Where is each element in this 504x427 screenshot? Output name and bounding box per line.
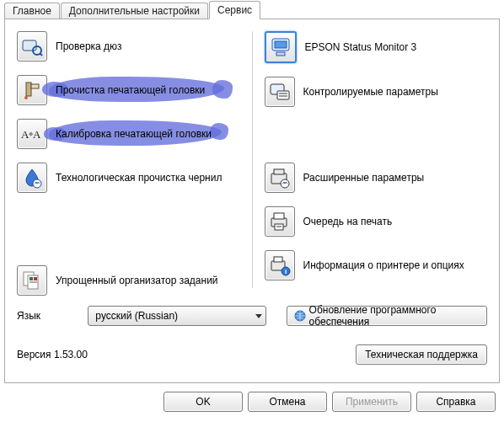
monitored-params-icon[interactable] xyxy=(265,77,295,107)
ink-flush-label: Технологическая прочистка чернил xyxy=(56,172,222,184)
tab-advanced[interactable]: Дополнительные настройки xyxy=(61,3,208,19)
head-clean-item[interactable]: Прочистка печатающей головки xyxy=(17,75,240,105)
svg-rect-17 xyxy=(276,52,285,56)
left-column: Проверка дюз Прочистка печатающей головк… xyxy=(17,31,252,301)
tab-main-label: Главное xyxy=(13,5,51,17)
version-row: Версия 1.53.00 Техническая поддержка xyxy=(17,344,487,365)
printer-info-label: Информация о принтере и опциях xyxy=(303,259,464,271)
svg-text:i: i xyxy=(284,268,286,275)
apply-button[interactable]: Применить xyxy=(332,392,411,412)
svg-rect-19 xyxy=(277,91,289,99)
print-queue-label: Очередь на печать xyxy=(303,216,393,227)
tab-advanced-label: Дополнительные настройки xyxy=(69,5,200,17)
head-align-label: Калибровка печатающей головки xyxy=(56,128,212,140)
svg-rect-14 xyxy=(29,281,37,283)
cancel-label: Отмена xyxy=(269,396,305,408)
dialog-button-row: OK Отмена Применить Справка xyxy=(0,383,504,412)
svg-text:A: A xyxy=(33,128,41,141)
job-arranger-icon[interactable] xyxy=(17,265,47,296)
service-tab-panel: Проверка дюз Прочистка печатающей головк… xyxy=(4,19,500,383)
language-combo-value: русский (Russian) xyxy=(95,310,178,322)
svg-rect-16 xyxy=(275,41,287,48)
svg-rect-23 xyxy=(274,169,284,174)
software-update-button[interactable]: Обновление программного обеспечения xyxy=(287,306,487,326)
svg-rect-26 xyxy=(274,213,284,219)
tab-main[interactable]: Главное xyxy=(4,3,60,19)
language-combo[interactable]: русский (Russian) xyxy=(88,306,265,326)
driver-properties-window: Главное Дополнительные настройки Сервис … xyxy=(0,0,504,427)
monitored-params-label: Контролируемые параметры xyxy=(303,86,438,98)
ok-label: OK xyxy=(196,396,210,408)
extended-settings-label: Расширенные параметры xyxy=(303,172,425,184)
svg-rect-0 xyxy=(23,40,36,51)
job-arranger-label: Упрощенный организатор заданий xyxy=(56,275,218,286)
help-button[interactable]: Справка xyxy=(416,392,496,412)
software-update-label: Обновление программного обеспечения xyxy=(309,304,480,328)
status-monitor-item[interactable]: EPSON Status Monitor 3 xyxy=(265,31,488,63)
print-queue-item[interactable]: Очередь на печать xyxy=(265,206,488,237)
extended-settings-item[interactable]: Расширенные параметры xyxy=(265,163,488,193)
language-row: Язык русский (Russian) Обновление програ… xyxy=(17,306,487,326)
svg-point-5 xyxy=(24,96,28,99)
globe-icon xyxy=(294,310,306,322)
tab-service[interactable]: Сервис xyxy=(209,1,260,19)
nozzle-check-item[interactable]: Проверка дюз xyxy=(17,31,240,61)
language-label: Язык xyxy=(17,310,78,322)
nozzle-check-label: Проверка дюз xyxy=(56,40,122,52)
svg-rect-30 xyxy=(274,257,282,262)
printer-info-icon[interactable]: i xyxy=(265,250,295,280)
job-arranger-item[interactable]: Упрощенный организатор заданий xyxy=(17,265,240,296)
svg-rect-3 xyxy=(26,83,31,96)
status-monitor-label: EPSON Status Monitor 3 xyxy=(305,41,417,53)
tech-support-button[interactable]: Техническая поддержка xyxy=(356,344,487,365)
ok-button[interactable]: OK xyxy=(164,392,243,412)
help-label: Справка xyxy=(436,396,475,408)
tech-support-label: Техническая поддержка xyxy=(365,349,478,360)
tabstrip: Главное Дополнительные настройки Сервис xyxy=(4,0,500,19)
version-label: Версия 1.53.00 xyxy=(17,349,88,360)
monitored-params-item[interactable]: Контролируемые параметры xyxy=(265,77,488,107)
cancel-button[interactable]: Отмена xyxy=(248,392,327,412)
nozzle-check-icon[interactable] xyxy=(17,31,47,61)
svg-rect-4 xyxy=(31,84,39,88)
extended-settings-icon[interactable] xyxy=(265,163,295,193)
printer-info-item[interactable]: i Информация о принтере и опциях xyxy=(265,250,488,280)
head-clean-label: Прочистка печатающей головки xyxy=(56,84,205,96)
print-queue-icon[interactable] xyxy=(265,206,295,237)
head-align-item[interactable]: A ◆ A Калибровка печатающей головки xyxy=(17,119,240,149)
ink-flush-icon[interactable] xyxy=(17,163,47,193)
right-column: EPSON Status Monitor 3 Контролируемые па… xyxy=(253,31,488,301)
chevron-down-icon xyxy=(255,314,262,318)
svg-rect-12 xyxy=(29,277,33,280)
head-align-icon[interactable]: A ◆ A xyxy=(17,119,47,149)
status-monitor-icon[interactable] xyxy=(265,31,297,63)
ink-flush-item[interactable]: Технологическая прочистка чернил xyxy=(17,163,240,193)
tools-columns: Проверка дюз Прочистка печатающей головк… xyxy=(17,31,487,301)
svg-rect-13 xyxy=(34,277,37,280)
apply-label: Применить xyxy=(346,396,398,408)
svg-line-2 xyxy=(40,53,42,56)
tab-service-label: Сервис xyxy=(217,4,252,16)
